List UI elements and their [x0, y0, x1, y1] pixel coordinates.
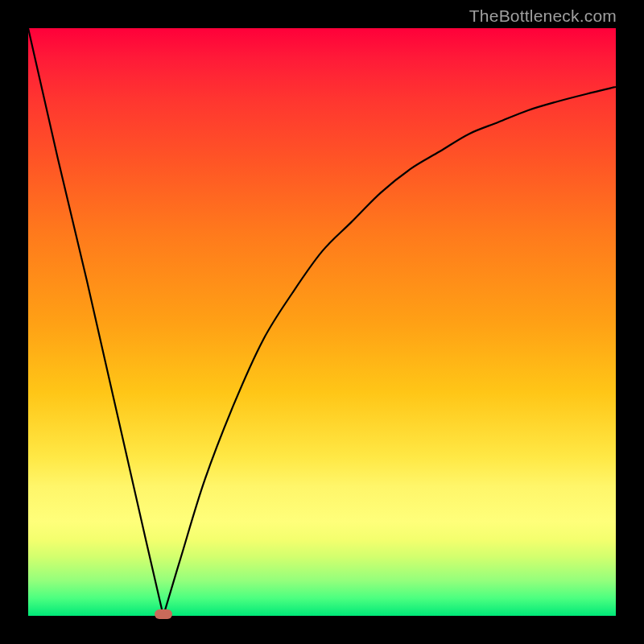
curve-right-branch	[163, 87, 616, 616]
bottleneck-curve	[28, 28, 616, 616]
optimum-marker	[155, 609, 172, 619]
bottleneck-chart: TheBottleneck.com	[0, 0, 644, 644]
curve-left-branch	[28, 28, 163, 616]
credit-label: TheBottleneck.com	[469, 6, 617, 26]
